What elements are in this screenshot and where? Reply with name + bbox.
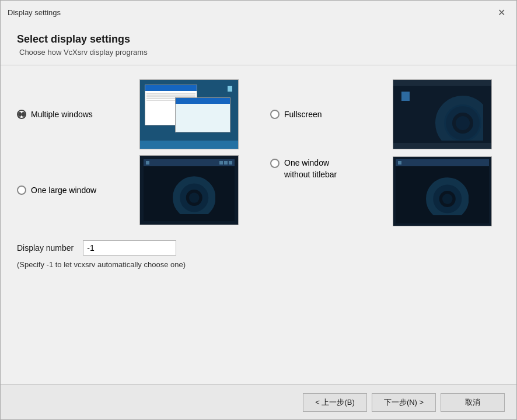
radio-multiple-windows[interactable] — [17, 110, 26, 119]
dialog-title: Display settings — [8, 8, 61, 17]
header-section: Select display settings Choose how VcXsr… — [1, 24, 516, 65]
page-subtitle: Choose how VcXsrv display programs — [19, 48, 500, 57]
display-number-hint: (Specify -1 to let vcxsrv automatically … — [17, 260, 500, 269]
option-no-titlebar[interactable]: One windowwithout titlebar — [270, 154, 500, 226]
radio-fullscreen[interactable] — [270, 110, 280, 119]
image-fullscreen — [393, 79, 492, 149]
radio-one-large-window[interactable] — [17, 186, 26, 195]
option-fullscreen[interactable]: Fullscreen — [270, 79, 500, 149]
display-number-row: Display number — [17, 240, 500, 256]
next-button[interactable]: 下一步(N) > — [372, 393, 436, 412]
title-bar: Display settings ✕ — [1, 1, 516, 24]
close-button[interactable]: ✕ — [493, 4, 509, 20]
display-number-input[interactable] — [83, 240, 176, 256]
cancel-button[interactable]: 取消 — [441, 393, 505, 412]
back-button[interactable]: < 上一步(B) — [303, 393, 367, 412]
svg-point-5 — [189, 192, 200, 203]
footer: < 上一步(B) 下一步(N) > 取消 — [1, 384, 516, 419]
page-title: Select display settings — [17, 33, 500, 46]
svg-point-2 — [456, 116, 470, 130]
label-fullscreen: Fullscreen — [284, 110, 322, 119]
label-multiple-windows: Multiple windows — [31, 110, 93, 119]
content-area: Multiple windows — [1, 65, 516, 384]
option-multiple-windows[interactable]: Multiple windows — [17, 79, 247, 149]
dialog: Display settings ✕ Select display settin… — [0, 0, 517, 420]
option-one-large-window[interactable]: One large window — [17, 154, 247, 226]
label-no-titlebar: One windowwithout titlebar — [284, 158, 337, 180]
image-one-large-window — [139, 155, 239, 225]
display-number-label: Display number — [17, 243, 74, 253]
image-multiple-windows — [139, 79, 239, 149]
label-one-large-window: One large window — [31, 186, 96, 195]
svg-point-8 — [442, 194, 453, 204]
image-no-titlebar — [393, 156, 492, 226]
radio-no-titlebar[interactable] — [270, 159, 280, 168]
